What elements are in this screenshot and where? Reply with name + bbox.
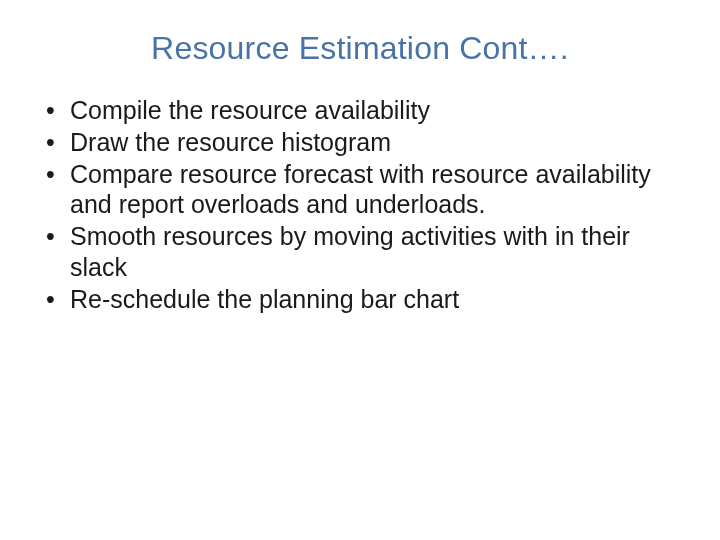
- list-item: Compare resource forecast with resource …: [40, 159, 690, 221]
- list-item: Draw the resource histogram: [40, 127, 690, 158]
- list-item: Compile the resource availability: [40, 95, 690, 126]
- list-item: Re-schedule the planning bar chart: [40, 284, 690, 315]
- slide-container: Resource Estimation Cont…. Compile the r…: [0, 0, 720, 540]
- slide-title: Resource Estimation Cont….: [30, 30, 690, 67]
- bullet-list: Compile the resource availability Draw t…: [30, 95, 690, 314]
- list-item: Smooth resources by moving activities wi…: [40, 221, 690, 283]
